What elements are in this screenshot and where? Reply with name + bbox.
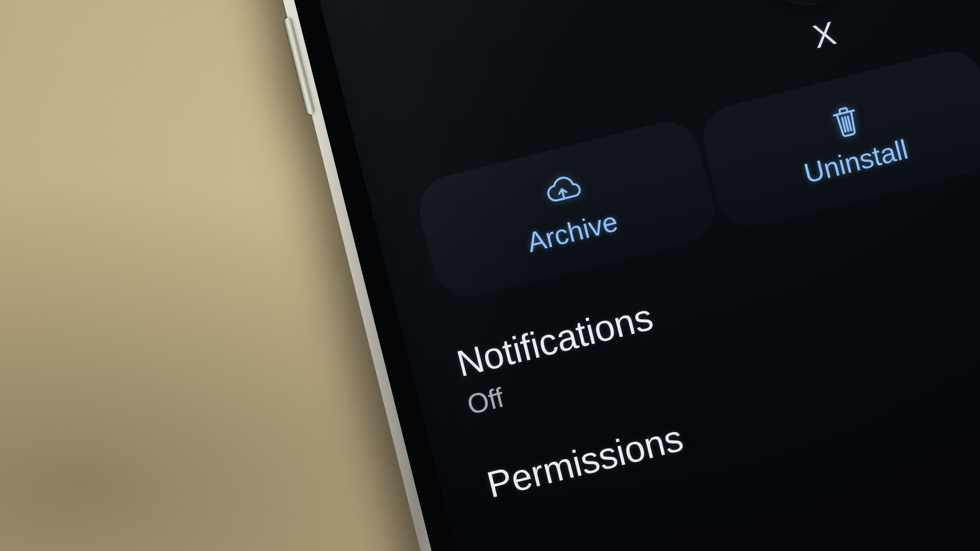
cloud-upload-icon: [540, 169, 585, 214]
photo-scene: App info X: [0, 0, 980, 551]
phone: App info X: [214, 0, 980, 551]
app-icon[interactable]: [753, 0, 859, 15]
android-app-info-screen[interactable]: App info X: [257, 0, 980, 551]
phone-bezel: App info X: [227, 0, 980, 551]
archive-label: Archive: [524, 205, 621, 258]
app-name-label: X: [809, 14, 840, 56]
trash-icon: [823, 99, 868, 143]
uninstall-label: Uninstall: [801, 133, 911, 189]
